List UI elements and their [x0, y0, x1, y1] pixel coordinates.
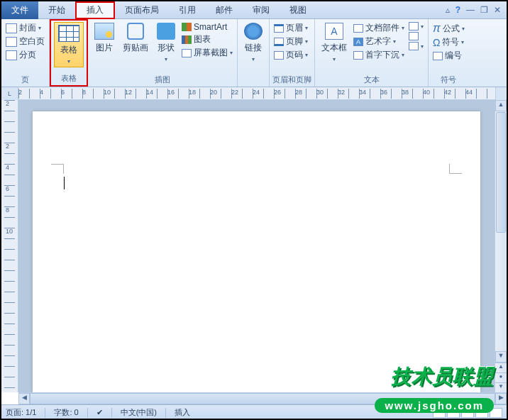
clipart-button[interactable]: 剪贴画 [119, 21, 152, 56]
next-page-icon[interactable]: ▼ [495, 382, 507, 392]
screenshot-button[interactable]: 屏幕截图▾ [182, 47, 233, 59]
table-icon [58, 25, 79, 42]
group-text: A文本框▾ 文档部件▾ A艺术字▾ 首字下沉▾ ▾ ▾ 文本 [315, 19, 429, 87]
signature-icon [409, 22, 419, 31]
watermark-url: www.jsgho.com [375, 398, 494, 413]
chart-icon [182, 35, 192, 44]
textbox-icon: A [325, 23, 343, 40]
shapes-icon [157, 23, 175, 40]
footer-icon [274, 38, 284, 46]
language-indicator[interactable]: 中文(中国) [121, 407, 157, 418]
close-icon[interactable]: ✕ [494, 5, 501, 15]
document-area[interactable] [18, 100, 495, 392]
group-symbols: π公式▾ Ω符号▾ 编号 符号 [429, 19, 469, 87]
header-button[interactable]: 页眉▾ [274, 22, 308, 34]
group-illustrations-label: 插图 [91, 74, 234, 87]
scroll-down-icon[interactable]: ▼ [495, 351, 507, 363]
smartart-button[interactable]: SmartArt [182, 22, 233, 32]
symbol-icon: Ω [433, 37, 440, 48]
browse-object-icon[interactable]: ● [495, 372, 507, 382]
page-break-button[interactable]: 分页 [6, 49, 45, 61]
tab-mailings[interactable]: 邮件 [206, 1, 243, 19]
page-break-icon [6, 50, 17, 60]
picture-icon [94, 23, 114, 40]
equation-icon: π [433, 22, 441, 35]
page-number-icon [274, 51, 284, 60]
blank-page-icon [6, 37, 17, 47]
datetime-button[interactable] [409, 32, 424, 40]
vertical-ruler[interactable]: 2246810 [1, 100, 18, 392]
screenshot-icon [182, 49, 192, 57]
dropcap-button[interactable]: 首字下沉▾ [353, 49, 404, 61]
hyperlink-button[interactable]: 链接▾ [241, 21, 266, 65]
equation-button[interactable]: π公式▾ [433, 22, 465, 35]
page[interactable] [33, 111, 480, 392]
watermark-text: 技术员联盟 [391, 363, 494, 390]
minimize-ribbon-icon[interactable]: ▵ [446, 5, 450, 15]
minimize-icon[interactable]: — [466, 5, 475, 15]
ruler-corner[interactable]: L [1, 87, 18, 100]
page-indicator[interactable]: 页面: 1/1 [6, 407, 36, 418]
group-links: 链接▾ [238, 19, 270, 87]
vertical-scrollbar[interactable]: ▲ ▼ ▲ ● ▼ [495, 100, 507, 392]
page-number-button[interactable]: 页码▾ [274, 49, 308, 61]
scroll-up-icon[interactable]: ▲ [495, 100, 507, 111]
smartart-icon [182, 23, 192, 31]
tab-review[interactable]: 审阅 [243, 1, 280, 19]
number-icon [433, 52, 443, 60]
datetime-icon [409, 32, 419, 40]
tab-page-layout[interactable]: 页面布局 [115, 1, 169, 19]
word-count[interactable]: 字数: 0 [54, 407, 78, 418]
ribbon: 封面▾ 空白页 分页 页 表格 ▾ 表格 图片 剪贴画 形状▾ SmartArt… [1, 19, 507, 87]
margin-guide [51, 164, 64, 174]
picture-button[interactable]: 图片 [91, 21, 118, 56]
group-table: 表格 ▾ 表格 [50, 19, 88, 87]
restore-icon[interactable]: ❐ [480, 5, 488, 15]
workspace: 2246810 ▲ ▼ ▲ ● ▼ [1, 100, 507, 392]
signature-button[interactable]: ▾ [409, 22, 424, 31]
text-cursor [64, 177, 65, 189]
group-pages: 封面▾ 空白页 分页 页 [1, 19, 50, 87]
window-controls: ▵ ? — ❐ ✕ [446, 5, 507, 15]
shapes-button[interactable]: 形状▾ [153, 21, 179, 65]
wordart-icon: A [353, 38, 363, 46]
prev-page-icon[interactable]: ▲ [495, 363, 507, 372]
table-button[interactable]: 表格 ▾ [54, 22, 84, 67]
blank-page-button[interactable]: 空白页 [6, 35, 45, 48]
file-tab[interactable]: 文件 [1, 1, 38, 19]
clipart-icon [127, 23, 144, 40]
horizontal-ruler[interactable]: L 24681012141618202224262830323436384042… [1, 87, 507, 100]
proofing-icon[interactable]: ✔ [96, 408, 103, 417]
chart-button[interactable]: 图表 [182, 33, 233, 45]
object-button[interactable]: ▾ [409, 42, 424, 50]
tab-references[interactable]: 引用 [169, 1, 206, 19]
quick-parts-button[interactable]: 文档部件▾ [353, 22, 404, 34]
group-header-footer: 页眉▾ 页脚▾ 页码▾ 页眉和页脚 [270, 19, 315, 87]
insert-mode[interactable]: 插入 [175, 407, 190, 418]
group-header-footer-label: 页眉和页脚 [272, 74, 311, 87]
header-icon [274, 24, 284, 33]
menu-bar: 文件 开始 插入 页面布局 引用 邮件 审阅 视图 ▵ ? — ❐ ✕ [1, 1, 507, 19]
cover-page-button[interactable]: 封面▾ [6, 22, 45, 34]
symbol-button[interactable]: Ω符号▾ [433, 36, 465, 48]
margin-guide [449, 164, 462, 174]
wordart-button[interactable]: A艺术字▾ [353, 35, 404, 48]
group-links-label [241, 84, 266, 87]
footer-button[interactable]: 页脚▾ [274, 35, 308, 48]
cover-icon [6, 23, 17, 33]
textbox-button[interactable]: A文本框▾ [318, 21, 350, 65]
scroll-right-icon[interactable]: ▶ [495, 393, 507, 404]
group-illustrations: 图片 剪贴画 形状▾ SmartArt 图表 屏幕截图▾ 插图 [88, 19, 238, 87]
group-text-label: 文本 [318, 74, 425, 87]
help-icon[interactable]: ? [455, 5, 460, 15]
link-icon [244, 23, 263, 40]
scroll-thumb[interactable] [496, 112, 506, 233]
chevron-down-icon: ▾ [67, 58, 70, 65]
dropcap-icon [353, 51, 363, 60]
tab-insert[interactable]: 插入 [75, 1, 115, 19]
tab-view[interactable]: 视图 [280, 1, 316, 19]
tab-home[interactable]: 开始 [38, 1, 75, 19]
ruler-toggle-button[interactable] [495, 87, 507, 100]
scroll-left-icon[interactable]: ◀ [18, 393, 30, 404]
number-button[interactable]: 编号 [433, 50, 465, 62]
